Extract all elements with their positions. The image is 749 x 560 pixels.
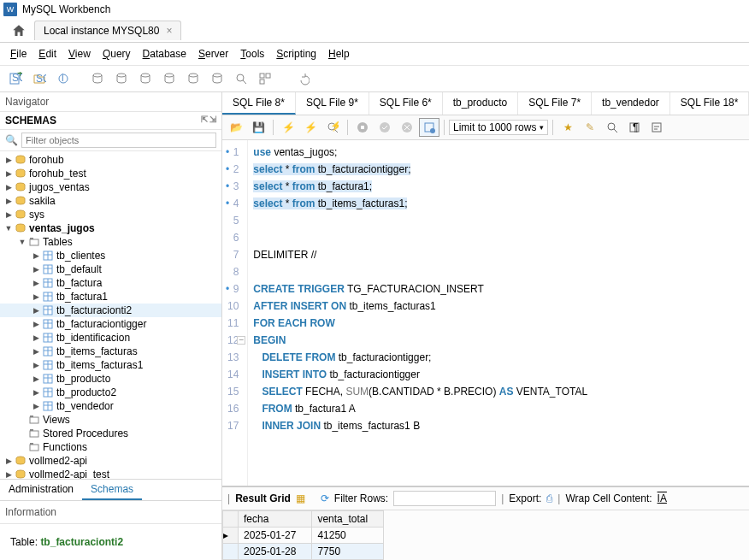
tree-item[interactable]: ▶tb_producto2	[0, 386, 221, 399]
tree-item[interactable]: ▶forohub	[0, 153, 221, 167]
tree-item[interactable]: ▶tb_default	[0, 262, 221, 276]
menu-edit[interactable]: Edit	[33, 46, 62, 62]
navigator-title: Navigator	[5, 96, 49, 108]
tree-item[interactable]: Views	[0, 413, 221, 427]
svg-rect-65	[30, 445, 38, 451]
tree-label: tb_facturaciontigger	[56, 318, 146, 330]
menu-scripting[interactable]: Scripting	[271, 46, 321, 62]
tree-item[interactable]: ▶sys	[0, 208, 221, 221]
connection-tab[interactable]: Local instance MYSQL80 ×	[34, 21, 181, 40]
sql-editor[interactable]: 123456789101112−1314151617 use ventas_ju…	[222, 140, 749, 486]
tb-db5[interactable]	[183, 69, 203, 88]
tb-search[interactable]	[231, 69, 251, 88]
menu-query[interactable]: Query	[97, 46, 136, 62]
tree-item[interactable]: ▶tb_items_facturas	[0, 345, 221, 358]
tb-db2[interactable]	[111, 69, 132, 88]
tree-item[interactable]: ▶vollmed2-api	[0, 454, 221, 468]
result-grid[interactable]: fechaventa_total ▸2025-01-27412502025-01…	[222, 510, 384, 560]
stop-icon[interactable]	[352, 118, 373, 137]
export-icon[interactable]: ⎙	[546, 492, 552, 504]
collapse-icon[interactable]: ⇱	[201, 115, 208, 127]
tab-schemas[interactable]: Schemas	[82, 480, 142, 500]
filter-rows-input[interactable]	[393, 491, 496, 506]
tb-dashboard[interactable]	[255, 69, 275, 88]
tb-db4[interactable]	[159, 69, 180, 88]
tb-db1[interactable]	[87, 69, 108, 88]
autocommit-icon[interactable]	[419, 118, 439, 137]
tree-item[interactable]: ▶tb_producto	[0, 372, 221, 386]
close-icon[interactable]: ×	[166, 25, 172, 37]
new-sql-tab-button[interactable]: SQL+	[5, 69, 26, 88]
menu-tools[interactable]: Tools	[235, 46, 269, 62]
wrap-cell-icon[interactable]: IA	[658, 492, 667, 504]
tree-item[interactable]: ▶forohub_test	[0, 167, 221, 180]
svg-point-7	[117, 74, 126, 77]
toggle-invisible-icon[interactable]: ¶	[624, 118, 645, 137]
sql-tab[interactable]: SQL File 6*	[369, 92, 443, 115]
tb-db6[interactable]	[207, 69, 227, 88]
open-sql-button[interactable]: SQL	[29, 69, 50, 88]
open-file-icon[interactable]: 📂	[226, 118, 246, 137]
tree-item[interactable]: ▶tb_vendedor	[0, 399, 221, 413]
sql-tab[interactable]: SQL File 9*	[296, 92, 369, 115]
wrap-cell-label: Wrap Cell Content:	[565, 492, 652, 504]
tree-item[interactable]: ▶tb_factura1	[0, 290, 221, 304]
tree-item[interactable]: ▶tb_factura	[0, 276, 221, 290]
tree-item[interactable]: ▶tb_items_facturas1	[0, 358, 221, 372]
menu-file[interactable]: File	[5, 46, 32, 62]
column-header[interactable]: fecha	[239, 511, 312, 528]
explain-icon[interactable]: ⚡	[322, 118, 343, 137]
filter-input[interactable]	[21, 133, 216, 148]
table-row[interactable]: 2025-01-287750	[223, 544, 384, 560]
inspector-button[interactable]: i	[53, 69, 74, 88]
tree-item[interactable]: Stored Procedures	[0, 427, 221, 440]
execute-icon[interactable]: ⚡	[278, 118, 298, 137]
menu-help[interactable]: Help	[323, 46, 355, 62]
tb-db3[interactable]	[135, 69, 156, 88]
svg-rect-63	[30, 431, 38, 437]
grid-view-icon[interactable]: ▦	[296, 492, 305, 504]
tree-item[interactable]: ▶sakila	[0, 194, 221, 208]
svg-rect-84	[652, 123, 661, 132]
tree-item[interactable]: ▶vollmed2-api_test	[0, 468, 221, 479]
menu-database[interactable]: Database	[138, 46, 192, 62]
home-icon[interactable]	[10, 22, 27, 39]
tree-item[interactable]: ▶tb_facturaciontigger	[0, 317, 221, 331]
tree-item[interactable]: ▶tb_identificacion	[0, 331, 221, 345]
table-row[interactable]: ▸2025-01-2741250	[223, 528, 384, 544]
svg-rect-15	[266, 74, 270, 78]
tb-revert[interactable]	[292, 69, 313, 88]
search-icon: 🔍	[5, 134, 18, 146]
tab-administration[interactable]: Administration	[0, 480, 82, 500]
svg-line-81	[614, 129, 617, 133]
expand-icon[interactable]: ⇲	[209, 115, 216, 127]
wrap-icon[interactable]	[646, 118, 667, 137]
schema-tree[interactable]: ▶forohub▶forohub_test▶jugos_ventas▶sakil…	[0, 151, 221, 479]
execute-step-icon[interactable]: ⚡	[300, 118, 321, 137]
sql-tab[interactable]: SQL File 8*	[222, 92, 296, 115]
tree-item[interactable]: ▼Tables	[0, 235, 221, 249]
save-icon[interactable]: 💾	[248, 118, 268, 137]
find-icon[interactable]	[602, 118, 622, 137]
favorite-icon[interactable]: ★	[557, 118, 578, 137]
tree-item[interactable]: ▶tb_clientes	[0, 249, 221, 262]
column-header[interactable]: venta_total	[312, 511, 384, 528]
tree-label: tb_vendedor	[56, 400, 114, 412]
menu-view[interactable]: View	[63, 46, 96, 62]
svg-point-11	[213, 74, 221, 77]
sql-tab[interactable]: tb_vendedor	[592, 92, 670, 115]
tree-item[interactable]: Functions	[0, 440, 221, 454]
beautify-icon[interactable]: ✎	[580, 118, 600, 137]
tree-item[interactable]: ▶tb_facturacionti2	[0, 304, 221, 317]
menu-server[interactable]: Server	[193, 46, 233, 62]
sql-tab[interactable]: SQL File 7*	[518, 92, 592, 115]
sql-tab[interactable]: tb_producto	[443, 92, 518, 115]
limit-rows-combo[interactable]: Limit to 1000 rows ▾	[449, 120, 548, 135]
connection-tabbar: Local instance MYSQL80 ×	[0, 19, 749, 43]
refresh-icon[interactable]: ⟳	[321, 492, 329, 504]
sql-tab[interactable]: SQL File 18*	[670, 92, 749, 115]
tree-item[interactable]: ▼ventas_jugos	[0, 221, 221, 235]
svg-text:¶: ¶	[633, 121, 638, 133]
tree-item[interactable]: ▶jugos_ventas	[0, 180, 221, 194]
tree-label: vollmed2-api	[29, 455, 87, 467]
